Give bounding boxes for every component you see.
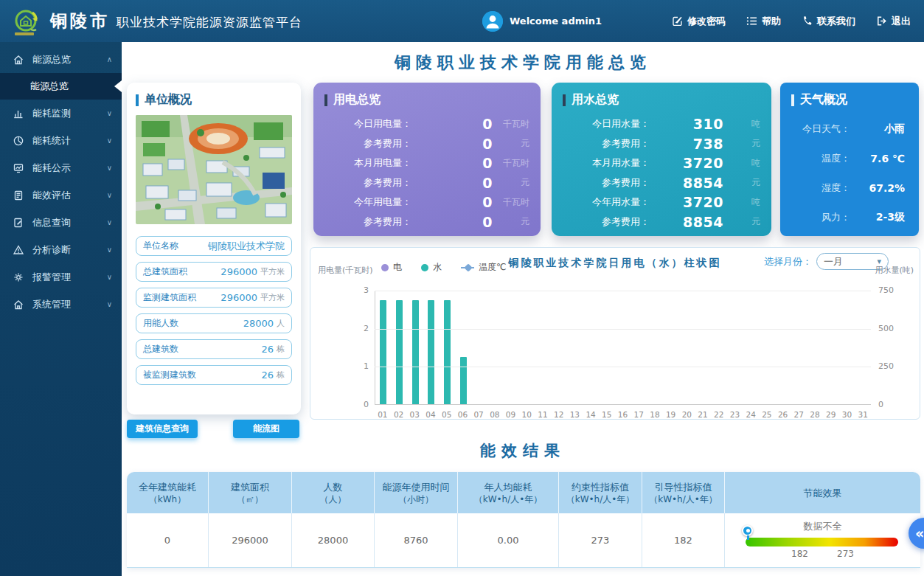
weather-value: 7.6 ℃ [850,153,908,164]
energy-flow-diagram-button[interactable]: 能流图 [233,420,299,438]
contact-us-button[interactable]: 联系我们 [802,15,855,28]
sidebar-item-energy-overview[interactable]: 能源总览 ∧ [0,46,122,73]
sidebar-label: 能源总览 [32,53,71,66]
weather-label: 温度： [791,152,850,165]
chevron-down-icon: ∨ [107,191,112,199]
page-title: 铜陵职业技术学院用能总览 [122,52,924,74]
field-value: 296000 [196,292,257,303]
sidebar-item-efficiency-evaluation[interactable]: 能效评估 ∨ [0,181,122,209]
sidebar-item-info-query[interactable]: 信息查询 ∨ [0,209,122,236]
stat-value: 0 [411,155,493,171]
water-bar [428,300,434,404]
right-axis-title: 用水量(吨) [875,265,914,276]
x-axis-day-label: 04 [423,410,439,419]
col-header-people-count: 人数（人） [292,472,375,513]
header-accent-bar [563,94,566,106]
energy-users-field: 用能人数 28000 人 [136,313,292,333]
building-info-query-button[interactable]: 建筑信息查询 [127,420,198,438]
weather-row: 湿度：67.2% [791,173,908,203]
x-axis-day-label: 05 [439,410,455,419]
efficiency-results-title: 能效结果 [122,440,924,461]
stat-unit: 千瓦时 [493,157,529,170]
platform-logo-icon [10,6,41,37]
field-label: 总建筑面积 [143,266,187,278]
water-bar [444,300,451,404]
stat-value: 738 [650,136,723,152]
x-axis-day-label: 17 [631,410,647,419]
weather-card-title: 天气概况 [800,92,847,108]
x-axis-day-label: 09 [503,410,519,419]
cell-saving-effect: 数据不全 182 273 [725,513,920,567]
contact-us-label: 联系我们 [817,15,855,28]
x-axis-day-label: 18 [647,410,663,419]
header-accent-bar [791,94,794,106]
month-picker: 选择月份： 一月 ▾ [764,253,889,270]
chevron-down-icon: ∨ [107,164,112,172]
x-axis-day-label: 15 [599,410,615,419]
sidebar-item-consumption-publicity[interactable]: 能耗公示 ∨ [0,154,122,181]
change-password-button[interactable]: 修改密码 [672,15,726,28]
unit-card-header: 单位概况 [136,92,292,108]
chevron-down-icon: ∨ [107,300,112,308]
stat-label: 参考费用： [563,176,650,190]
weather-row: 风力：2-3级 [791,203,908,232]
field-unit: 栋 [277,344,285,355]
sidebar-label: 能耗监测 [32,107,71,120]
stat-value: 310 [650,116,723,132]
welcome-text: Welcome admin1 [510,15,602,27]
x-axis-day-label: 02 [391,410,407,419]
document-icon [13,190,24,201]
home-icon [13,54,24,66]
x-axis-day-label: 28 [807,410,823,419]
chevron-down-icon: ∨ [107,273,112,281]
cell-annual-energy: 0 [127,513,209,567]
sidebar-subitem-energy-overview[interactable]: 能源总览 [0,73,122,100]
monitored-building-area-field: 监测建筑面积 296000 平方米 [136,288,292,308]
chart-gridline [375,367,871,367]
help-list-icon [746,15,757,27]
right-axis-tick-label: 0 [878,400,903,409]
left-axis-tick-label: 3 [352,285,369,295]
sidebar-item-consumption-stats[interactable]: 能耗统计 ∨ [0,127,122,154]
weather-label: 风力： [791,211,850,224]
help-button[interactable]: 帮助 [746,15,781,28]
stat-label: 今日用水量： [563,117,650,131]
x-axis-day-label: 19 [663,410,679,419]
field-unit: 平方米 [260,266,285,277]
sidebar-label: 分析诊断 [32,243,71,257]
x-axis-day-label: 20 [678,410,695,419]
user-avatar [482,11,503,32]
chart-gridline [375,329,871,330]
stat-row: 今日用电量：0千瓦时 [324,114,529,134]
logout-button[interactable]: 退出 [876,15,911,28]
chart-gridline [375,291,871,291]
weather-row: 今日天气：小雨 [791,114,908,144]
stat-unit: 元 [723,137,760,150]
sidebar-item-system-management[interactable]: 系统管理 ∨ [0,291,122,318]
unit-overview-card: 单位概况 [127,83,301,414]
x-axis-day-label: 25 [759,410,775,419]
x-axis-day-label: 26 [775,410,791,419]
chevron-down-icon: ∨ [107,109,112,117]
x-axis-day-label: 08 [487,410,503,419]
water-bar [396,300,403,404]
x-axis-day-label: 14 [583,410,599,419]
stat-row: 参考费用：8854元 [563,173,760,193]
efficiency-table: 全年建筑能耗（kWh） 建筑面积（㎡） 人数（人） 能源年使用时间（小时） 年人… [127,472,920,568]
sidebar-item-consumption-monitor[interactable]: 能耗监测 ∨ [0,100,122,127]
edit-password-icon [672,15,683,27]
sidebar-item-alarm-management[interactable]: 报警管理 ∨ [0,263,122,291]
field-value: 26 [196,369,274,381]
stat-row: 本月用电量：0千瓦时 [324,153,529,173]
warning-icon [13,244,24,256]
month-select-value: 一月 [824,255,843,268]
weather-label: 今日天气： [791,122,850,136]
top-header: 铜陵市 职业技术学院能源资源监管平台 Welcome admin1 修改密码 [0,0,924,42]
cell-annual-hours: 8760 [375,513,458,567]
right-axis-tick-label: 750 [878,285,903,295]
sidebar-item-analysis-diagnosis[interactable]: 分析诊断 ∨ [0,236,122,263]
stat-label: 参考费用： [324,137,411,150]
stat-value: 0 [411,175,493,191]
chevron-down-icon: ∨ [107,218,112,226]
col-header-building-area: 建筑面积（㎡） [209,472,292,513]
